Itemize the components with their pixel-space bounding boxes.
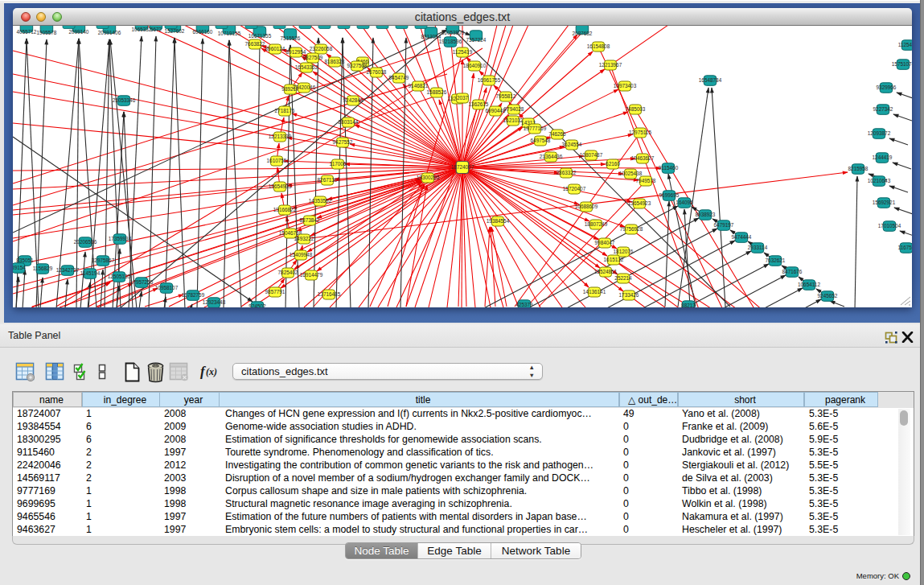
svg-text:2863322: 2863322 [556,170,577,175]
svg-text:13524851: 13524851 [594,269,618,274]
svg-text:1362615: 1362615 [469,101,489,107]
svg-text:23420046: 23420046 [293,84,316,90]
svg-text:19218596: 19218596 [439,39,462,44]
svg-text:9427552: 9427552 [333,139,353,145]
svg-text:1145194: 1145194 [80,270,101,276]
svg-text:10210643: 10210643 [868,178,891,183]
svg-text:9146821: 9146821 [409,83,429,89]
svg-text:425379: 425379 [515,302,533,307]
svg-text:18807249: 18807249 [585,221,608,227]
svg-text:1610755: 1610755 [267,158,287,163]
svg-text:2099140: 2099140 [69,29,89,35]
svg-text:10688609: 10688609 [575,204,598,209]
svg-text:6497548: 6497548 [531,138,551,143]
svg-text:19777169: 19777169 [524,126,547,131]
svg-text:8960124: 8960124 [265,46,285,51]
svg-text:7632621: 7632621 [766,257,786,263]
svg-text:19654933: 19654933 [269,183,292,189]
svg-text:19463627: 19463627 [631,155,655,161]
svg-text:8938923: 8938923 [696,212,716,217]
svg-text:7485003: 7485003 [626,106,646,112]
svg-text:79756928: 79756928 [620,226,643,232]
svg-text:12213967: 12213967 [599,62,622,68]
svg-text:9245652: 9245652 [818,293,838,299]
svg-text:(x): (x) [206,366,217,377]
svg-text:1588526: 1588526 [427,89,447,95]
svg-text:16154808: 16154808 [587,43,610,49]
svg-text:17359934: 17359934 [109,236,132,241]
svg-text:20206556: 20206556 [74,239,97,245]
svg-text:7949578: 7949578 [636,178,656,183]
svg-text:252214: 252214 [614,275,632,281]
svg-text:7515526: 7515526 [281,35,301,41]
svg-text:1125419: 1125419 [898,42,912,47]
svg-text:16543362: 16543362 [295,64,318,70]
svg-text:5672: 5672 [150,27,162,32]
svg-text:2037: 2037 [457,95,469,101]
svg-text:88213: 88213 [681,303,696,307]
svg-text:16782759: 16782759 [182,292,205,298]
svg-text:7663822: 7663822 [245,41,265,47]
svg-text:8873842: 8873842 [300,217,320,223]
svg-text:6966160: 6966160 [193,29,213,35]
svg-text:6479197: 6479197 [714,222,734,228]
svg-text:23226058: 23226058 [310,46,333,51]
svg-text:8186328: 8186328 [325,59,345,64]
svg-text:7825402: 7825402 [278,270,298,275]
svg-text:19384554: 19384554 [487,218,510,224]
svg-text:17957255: 17957255 [130,279,154,285]
svg-text:16671355: 16671355 [248,33,272,39]
svg-text:164095: 164095 [676,200,693,205]
svg-text:8471676: 8471676 [782,269,803,274]
svg-text:9115460: 9115460 [659,165,679,171]
svg-text:10973403: 10973403 [614,83,637,89]
svg-text:19166822: 19166822 [273,207,297,212]
svg-text:10807487: 10807487 [580,152,603,158]
svg-text:2933114: 2933114 [748,245,768,250]
svg-text:17010504: 17010504 [878,223,901,229]
svg-text:1733426: 1733426 [619,292,639,298]
svg-text:1812076: 1812076 [614,249,634,254]
svg-text:1621032: 1621032 [503,117,524,123]
svg-text:16548784: 16548784 [699,77,722,83]
svg-text:4055712: 4055712 [17,29,37,35]
svg-text:9327508: 9327508 [347,63,368,68]
svg-text:25053346: 25053346 [113,97,136,103]
svg-text:7357224: 7357224 [466,37,487,43]
svg-text:3624554: 3624554 [562,142,582,147]
svg-text:9227342: 9227342 [873,106,893,112]
svg-text:746266: 746266 [548,131,566,137]
svg-text:2803144: 2803144 [339,119,359,125]
svg-text:18724007: 18724007 [451,164,474,170]
svg-text:14136141: 14136141 [583,289,606,295]
svg-text:1156829: 1156829 [33,266,53,271]
svg-text:2718176: 2718176 [275,108,295,113]
svg-text:15409948: 15409948 [290,252,313,257]
svg-text:15751074: 15751074 [892,61,912,67]
svg-text:13654923: 13654923 [628,200,651,206]
svg-text:7955812: 7955812 [496,93,516,99]
svg-text:12923448: 12923448 [203,299,226,305]
svg-text:12213339: 12213339 [269,134,292,139]
svg-text:9242848: 9242848 [343,97,363,103]
svg-text:62160: 62160 [606,161,620,167]
svg-text:16053809: 16053809 [441,30,465,35]
svg-text:1244419: 1244419 [873,154,893,160]
svg-text:10958107: 10958107 [155,285,179,290]
svg-text:9794028: 9794028 [504,106,524,112]
svg-text:10719155: 10719155 [218,31,241,36]
svg-text:15692921: 15692921 [873,200,896,205]
svg-text:16961755: 16961755 [478,77,501,83]
svg-text:39154: 39154 [13,265,26,270]
svg-text:9699695: 9699695 [659,192,680,198]
svg-text:835051: 835051 [16,257,34,263]
svg-text:20991406: 20991406 [98,30,121,35]
svg-text:13716485: 13716485 [318,291,341,297]
svg-text:1615132: 1615132 [604,257,624,262]
svg-text:924502: 924502 [248,303,266,307]
svg-text:9857791: 9857791 [265,289,285,295]
svg-text:117006: 117006 [330,161,347,167]
svg-text:9329966: 9329966 [877,84,897,90]
svg-text:9827509: 9827509 [303,55,323,60]
svg-text:8267130: 8267130 [318,177,338,183]
